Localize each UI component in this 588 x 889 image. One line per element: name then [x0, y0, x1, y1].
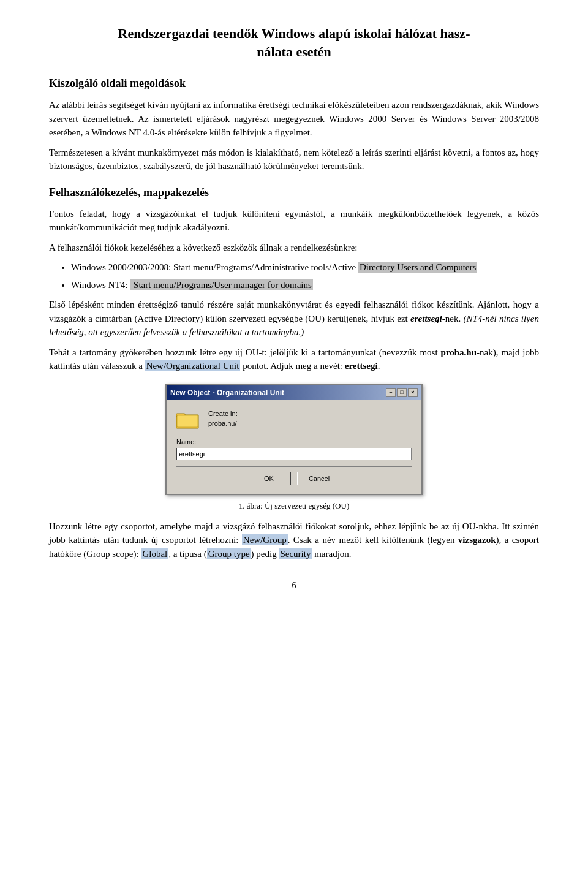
section2-heading: Felhasználókezelés, mappakezelés — [49, 184, 539, 201]
dialog-icon-row: Create in: proba.hu/ — [176, 409, 412, 429]
create-in-label: Create in: — [208, 409, 238, 419]
section2-paragraph3: Első lépésként minden érettségiző tanuló… — [49, 298, 539, 339]
cancel-button[interactable]: Cancel — [297, 472, 341, 485]
section2-paragraph4: Tehát a tartomány gyökerében hozzunk lét… — [49, 346, 539, 373]
bullet1-highlight: Directory Users and Computers — [358, 262, 477, 273]
section1-paragraph2: Természetesen a kívánt munkakörnyezet má… — [49, 146, 539, 173]
tools-list: Windows 2000/2003/2008: Start menu/Progr… — [71, 260, 539, 292]
dialog-title: New Object - Organizational Unit — [170, 387, 284, 398]
dialog-minimize-button[interactable]: − — [386, 388, 396, 397]
dialog-buttons: OK Cancel — [176, 472, 412, 488]
list-item-windows2000: Windows 2000/2003/2008: Start menu/Progr… — [71, 260, 539, 274]
name-label: Name: — [176, 437, 412, 447]
dialog-title-buttons: − □ × — [386, 388, 418, 397]
figure-caption: 1. ábra: Új szervezeti egység (OU) — [49, 500, 539, 512]
global-highlight: Global — [141, 548, 168, 559]
section1-paragraph1: Az alábbi leírás segítséget kíván nyújta… — [49, 98, 539, 140]
bullet2-prefix: Windows NT4: — [71, 280, 127, 290]
name-field-row: Name: — [176, 437, 412, 461]
page-title: Rendszergazdai teendők Windows alapú isk… — [49, 25, 539, 61]
dialog-body: Create in: proba.hu/ Name: OK Cancel — [167, 400, 421, 494]
new-group-highlight: New/Group — [242, 534, 288, 545]
list-item-windowsnt4: Windows NT4: Start menu/Programs/User ma… — [71, 278, 539, 292]
group-type-highlight: Group type — [207, 548, 251, 559]
section1-heading: Kiszolgáló oldali megoldások — [49, 75, 539, 92]
section2-paragraph1: Fontos feladat, hogy a vizsgázóinkat el … — [49, 207, 539, 235]
dialog-separator — [176, 466, 412, 467]
security-highlight: Security — [279, 548, 312, 559]
bullet1-prefix: Windows 2000/2003/2008: Start menu/Progr… — [71, 262, 356, 272]
create-in-value: proba.hu/ — [208, 418, 238, 429]
folder-icon — [176, 410, 200, 429]
new-ou-highlight: New/Organizational Unit — [145, 360, 241, 371]
name-input[interactable] — [176, 448, 412, 460]
section2-paragraph2: A felhasználói fiókok kezeléséhez a köve… — [49, 241, 539, 255]
dialog-titlebar: New Object - Organizational Unit − □ × — [167, 385, 421, 400]
svg-rect-2 — [177, 415, 198, 427]
page-number: 6 — [49, 579, 539, 592]
dialog-container: New Object - Organizational Unit − □ × C… — [49, 384, 539, 496]
dialog-maximize-button[interactable]: □ — [397, 388, 407, 397]
dialog-close-button[interactable]: × — [408, 388, 418, 397]
section2-paragraph5: Hozzunk létre egy csoportot, amelybe maj… — [49, 520, 539, 561]
bullet2-highlight-text: Start menu/Programs/User manager for dom… — [132, 279, 313, 290]
ok-button[interactable]: OK — [247, 472, 291, 485]
dialog-create-in: Create in: proba.hu/ — [208, 409, 238, 429]
new-object-dialog: New Object - Organizational Unit − □ × C… — [165, 384, 423, 496]
